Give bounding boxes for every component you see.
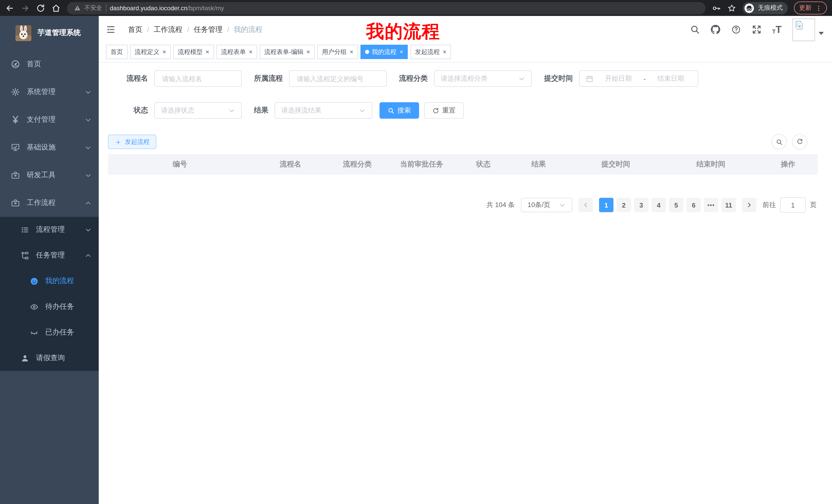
close-icon[interactable]: × <box>162 48 166 55</box>
bookmark-star-icon[interactable] <box>727 3 736 12</box>
tag-start-process[interactable]: 发起流程× <box>410 45 451 59</box>
red-annotation-text: 我的流程 <box>366 20 440 44</box>
process-table: 编号 流程名 流程分类 当前审批任务 状态 结果 提交时间 结束时间 操作 <box>108 154 817 175</box>
tag-user-group[interactable]: 用户分组× <box>317 45 358 59</box>
user-avatar[interactable] <box>792 18 824 41</box>
filter-label-status: 状态 <box>112 106 148 115</box>
sidebar-item-todo-tasks[interactable]: 待办任务 <box>0 294 99 319</box>
goto-page: 前往 页 <box>762 197 816 213</box>
tag-process-definition[interactable]: 流程定义× <box>130 45 171 59</box>
close-icon[interactable]: × <box>350 48 353 55</box>
refresh-table-button[interactable] <box>792 134 807 149</box>
browser-toolbar: 不安全 dashboard.yudao.iocoder.cn/bpm/task/… <box>0 0 832 16</box>
table-tools <box>771 134 807 149</box>
sidebar-item-leave-query[interactable]: 请假查询 <box>0 345 99 371</box>
sidebar-item-workflow[interactable]: 工作流程 <box>0 189 99 217</box>
page-button-3[interactable]: 3 <box>634 198 648 212</box>
breadcrumb-task-mgmt[interactable]: 任务管理 <box>194 25 223 34</box>
col-result: 结果 <box>509 154 568 175</box>
page-button-6[interactable]: 6 <box>686 198 701 212</box>
sidebar-item-my-process[interactable]: 我的流程 <box>0 268 99 294</box>
tag-process-model[interactable]: 流程模型× <box>173 45 214 59</box>
reload-icon[interactable] <box>36 3 45 12</box>
status-select[interactable]: 请选择状态 <box>154 102 242 119</box>
goto-page-input[interactable] <box>780 197 806 213</box>
sidebar-item-system[interactable]: 系统管理 <box>0 78 99 106</box>
chevron-down-icon <box>85 144 92 151</box>
monitor-icon <box>11 143 20 152</box>
chevron-down-icon <box>85 116 92 123</box>
font-size-icon[interactable]: TT <box>772 25 782 34</box>
process-name-input[interactable] <box>161 74 235 83</box>
search-icon <box>776 138 782 145</box>
home-icon[interactable] <box>51 3 61 12</box>
process-key-input[interactable] <box>296 74 380 83</box>
sidebar-item-process-mgmt[interactable]: 流程管理 <box>0 217 99 243</box>
close-icon[interactable]: × <box>249 48 253 55</box>
more-pages-button[interactable]: ••• <box>704 198 718 212</box>
tag-process-form-edit[interactable]: 流程表单-编辑× <box>260 45 315 59</box>
address-bar[interactable]: 不安全 dashboard.yudao.iocoder.cn/bpm/task/… <box>67 2 705 14</box>
close-icon[interactable]: × <box>206 48 209 55</box>
page-button-4[interactable]: 4 <box>651 198 666 212</box>
browser-update-button[interactable]: 更新 ⋮ <box>794 2 827 15</box>
chevron-down-icon <box>85 172 92 178</box>
app-logo[interactable]: 芋道管理系统 <box>0 16 99 47</box>
page-size-select[interactable]: 10条/页 <box>521 198 572 212</box>
chevron-down-icon <box>359 107 366 114</box>
breadcrumb-workflow[interactable]: 工作流程 <box>154 25 183 34</box>
active-dot <box>365 50 369 54</box>
forward-icon[interactable] <box>21 3 30 12</box>
tag-process-form[interactable]: 流程表单× <box>216 45 257 59</box>
page-header: 首页 / 工作流程 / 任务管理 / 我的流程 我的流程 TT <box>99 16 832 43</box>
url-divider <box>106 4 106 11</box>
fullscreen-icon[interactable] <box>752 25 761 34</box>
table-toolbar: ＋ 发起流程 <box>108 134 822 149</box>
close-icon[interactable]: × <box>307 48 310 55</box>
page-button-2[interactable]: 2 <box>617 198 631 212</box>
start-process-button[interactable]: ＋ 发起流程 <box>108 135 156 149</box>
user-icon <box>21 354 29 362</box>
back-icon[interactable] <box>5 3 15 12</box>
sidebar-item-task-mgmt[interactable]: 任务管理 <box>0 243 99 268</box>
col-category: 流程分类 <box>329 154 386 175</box>
category-select[interactable]: 请选择流程分类 <box>434 71 532 87</box>
sidebar-item-devtools[interactable]: 研发工具 <box>0 161 99 189</box>
logo-image <box>16 25 31 41</box>
col-name: 流程名 <box>252 154 329 175</box>
password-key-icon[interactable] <box>712 3 721 12</box>
sidebar-item-done-tasks[interactable]: 已办任务 <box>0 319 99 345</box>
chevron-down-icon <box>228 107 235 114</box>
close-icon[interactable]: × <box>443 48 446 55</box>
next-page-button[interactable] <box>742 198 756 212</box>
show-search-button[interactable] <box>771 134 787 149</box>
collapse-sidebar-icon[interactable] <box>106 25 116 34</box>
filter-row-2: 状态 请选择状态 结果 请选择流结果 搜索 <box>112 102 822 119</box>
plus-icon: ＋ <box>115 138 122 145</box>
browser-menu-icon[interactable]: ⋮ <box>815 5 822 11</box>
page-button-1[interactable]: 1 <box>599 198 614 212</box>
tag-home[interactable]: 首页 <box>106 45 128 59</box>
sidebar-item-payment[interactable]: 支付管理 <box>0 106 99 134</box>
pagination: 共 104 条 10条/页 123456•••11 前往 页 <box>112 197 816 213</box>
sidebar-item-home[interactable]: 首页 <box>0 50 99 78</box>
page-button-5[interactable]: 5 <box>669 198 683 212</box>
security-warning: 不安全 <box>84 4 102 12</box>
page-button-11[interactable]: 11 <box>722 198 736 212</box>
breadcrumb-home[interactable]: 首页 <box>128 25 142 34</box>
search-button[interactable]: 搜索 <box>380 102 419 119</box>
start-date-placeholder: 开始日期 <box>598 74 640 83</box>
reset-button[interactable]: 重置 <box>424 102 464 119</box>
close-icon[interactable]: × <box>399 48 403 55</box>
update-label: 更新 <box>799 4 811 12</box>
help-icon[interactable] <box>731 25 741 34</box>
breadcrumb: 首页 / 工作流程 / 任务管理 / 我的流程 <box>128 25 262 34</box>
result-select[interactable]: 请选择流结果 <box>275 102 372 119</box>
sidebar-item-infra[interactable]: 基础设施 <box>0 134 99 161</box>
search-icon[interactable] <box>690 25 700 34</box>
submit-time-range[interactable]: 开始日期 - 结束日期 <box>579 71 698 87</box>
chevron-up-icon <box>85 252 92 259</box>
tag-my-process[interactable]: 我的流程× <box>361 45 408 59</box>
prev-page-button[interactable] <box>578 198 593 212</box>
github-icon[interactable] <box>710 25 720 34</box>
